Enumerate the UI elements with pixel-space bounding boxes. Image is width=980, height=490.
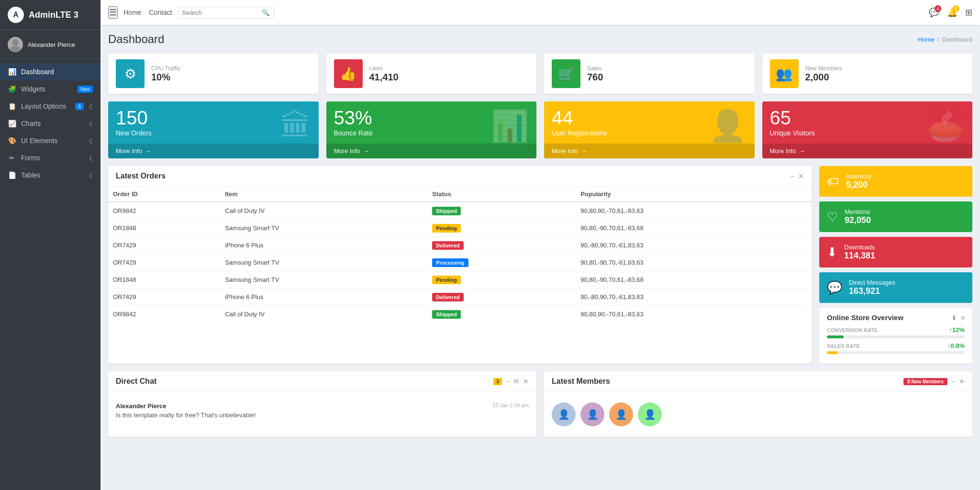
visitors-bg-icon: 🥧	[926, 108, 965, 144]
sidebar-item-tables[interactable]: 📄 Tables ❮	[0, 167, 100, 184]
close-button[interactable]: ✕	[798, 172, 804, 180]
order-status: Delivered	[427, 237, 576, 254]
breadcrumb-home[interactable]: Home	[918, 36, 935, 43]
card-header: Direct Chat 3 − ✉ ✕	[108, 371, 536, 392]
stat-box-registrations[interactable]: 👤 44 User Registrations More Info →	[544, 101, 755, 158]
messages-icon[interactable]: 💬4	[929, 7, 939, 18]
search-input[interactable]	[182, 9, 259, 16]
content-header: Dashboard Home / Dashboard	[108, 33, 972, 46]
avatar	[8, 37, 23, 52]
card-header: Latest Orders − ✕	[108, 166, 812, 187]
table-row: OR1848 Samsung Smart TV Pending 90,80,-9…	[108, 220, 812, 237]
os-header: Online Store Overview ⬇ ≡	[827, 313, 965, 322]
close-button[interactable]: ✕	[959, 378, 965, 385]
member-avatar[interactable]: 👤	[609, 402, 633, 426]
mentions-widget[interactable]: ♡ Mentions 92,050	[819, 201, 972, 232]
sidebar-item-forms[interactable]: ✏ Forms ❮	[0, 149, 100, 167]
sales-rate-metric: SALES RATE ↑0.8%	[827, 342, 965, 354]
member-avatar[interactable]: 👤	[638, 402, 662, 426]
member-avatar[interactable]: 👤	[580, 402, 604, 426]
order-status: Shipped	[427, 306, 576, 323]
inventory-widget[interactable]: 🏷 Inventory 5,200	[819, 166, 972, 197]
count-badge: 6	[75, 103, 84, 110]
sidebar-item-ui[interactable]: 🎨 UI Elements ❮	[0, 132, 100, 149]
stat-box-visitors[interactable]: 🥧 65 Unique Visitors More Info →	[762, 101, 973, 158]
more-info-visitors[interactable]: More Info →	[762, 144, 973, 158]
brand-icon: A	[8, 7, 24, 23]
sidebar-item-widgets[interactable]: 🧩 Widgets New	[0, 80, 100, 98]
sidebar: A AdminLTE 3 Alexander Pierce 📊 Dashboar…	[0, 0, 100, 490]
sidebar-item-layout[interactable]: 📋 Layout Options 6 ❮	[0, 98, 100, 115]
alerts-badge: 3	[953, 5, 959, 12]
sales-bar	[827, 351, 838, 354]
home-link[interactable]: Home	[123, 9, 141, 16]
apps-icon[interactable]: ⊞	[965, 7, 972, 18]
sidebar-item-label: Tables	[21, 171, 84, 179]
widget-label: Downloads	[844, 244, 875, 251]
minimize-button[interactable]: −	[506, 378, 510, 385]
status-badge: Pending	[432, 224, 460, 233]
stat-box-bounce[interactable]: 📊 53% Bounce Rate More Info →	[326, 101, 537, 158]
members-header-right: 8 New Members − ✕	[903, 378, 965, 385]
ui-icon: 🎨	[8, 137, 16, 145]
info-box-text: Likes 41,410	[369, 65, 529, 83]
card-body: Order ID Item Status Popularity OR9842 C…	[108, 187, 812, 323]
layout-icon: 📋	[8, 102, 16, 110]
members-grid: 👤 👤 👤 👤	[552, 398, 965, 431]
order-popularity: 90,80,-90,70,61,-83,68	[576, 220, 812, 237]
conversion-bar	[827, 335, 844, 338]
widget-value: 114,381	[844, 251, 875, 261]
order-popularity: 90,-80,90,70,-61,83,63	[576, 237, 812, 254]
more-info-reg[interactable]: More Info →	[544, 144, 755, 158]
sidebar-item-dashboard[interactable]: 📊 Dashboard	[0, 63, 100, 80]
sidebar-item-label: Dashboard	[21, 68, 93, 76]
info-boxes: ⚙ CPU Traffic 10% 👍 Likes 41,410 🛒 Sales…	[108, 54, 972, 94]
member-avatar[interactable]: 👤	[552, 402, 576, 426]
alerts-icon[interactable]: 🔔3	[947, 7, 958, 18]
search-button[interactable]: 🔍	[262, 9, 270, 16]
close-button[interactable]: ✕	[523, 378, 529, 385]
cpu-icon: ⚙	[116, 59, 145, 88]
download-icon[interactable]: ⬇	[951, 314, 957, 322]
widget-text: Mentions 92,050	[845, 208, 871, 225]
messages-badge: 4	[935, 5, 941, 12]
sidebar-item-charts[interactable]: 📈 Charts ❮	[0, 115, 100, 132]
svg-point-0	[12, 39, 19, 46]
minimize-button[interactable]: −	[791, 172, 794, 180]
table-row: OR9842 Call of Duty IV Shipped 90,80,90,…	[108, 202, 812, 220]
contact-link[interactable]: Contact	[149, 9, 172, 16]
sidebar-user: Alexander Pierce	[0, 30, 100, 59]
hamburger-button[interactable]: ☰	[108, 6, 118, 19]
menu-icon[interactable]: ≡	[961, 314, 965, 322]
edit-button[interactable]: ✉	[513, 378, 519, 385]
cm-header: Alexander Pierce 23 Jan 2:00 pm	[116, 402, 529, 410]
order-id: OR1848	[108, 220, 220, 237]
more-info-bounce[interactable]: More Info →	[326, 144, 537, 158]
minimize-button[interactable]: −	[951, 378, 955, 385]
chevron-icon: ❮	[89, 172, 93, 178]
widget-text: Inventory 5,200	[846, 173, 871, 190]
new-badge: New	[78, 86, 93, 93]
more-info-orders[interactable]: More Info →	[108, 144, 319, 158]
online-store-card: Online Store Overview ⬇ ≡ CONVERSION RAT…	[819, 308, 972, 364]
direct-messages-widget[interactable]: 💬 Direct Messages 163,921	[819, 272, 972, 303]
bounce-bg-icon: 📊	[490, 108, 529, 144]
ib-label: Likes	[369, 65, 529, 72]
mentions-icon: ♡	[827, 210, 838, 224]
dashboard-icon: 📊	[8, 68, 16, 76]
downloads-widget[interactable]: ⬇ Downloads 114,381	[819, 237, 972, 267]
order-popularity: 90,80,90,-70,61,-83,63	[576, 202, 812, 220]
stat-box-orders[interactable]: 🏛 150 New Orders More Info →	[108, 101, 319, 158]
order-popularity: 90,80,-90,70,-61,83,63	[576, 254, 812, 271]
order-item: Samsung Smart TV	[220, 271, 427, 289]
sender-name: Alexander Pierce	[116, 402, 167, 410]
message-time: 23 Jan 2:00 pm	[492, 402, 529, 410]
ib-label: New Members	[805, 65, 965, 72]
direct-chat-card: Direct Chat 3 − ✉ ✕ Alexander Pierce	[108, 371, 536, 437]
orders-bg-icon: 🏛	[280, 108, 311, 144]
widget-label: Direct Messages	[849, 279, 895, 286]
main-row: Latest Orders − ✕ Order ID Item Status	[108, 166, 972, 364]
latest-members-card: Latest Members 8 New Members − ✕ 👤 👤 👤 👤	[544, 371, 972, 437]
os-title: Online Store Overview	[827, 313, 903, 322]
ib-value: 41,410	[369, 72, 529, 83]
